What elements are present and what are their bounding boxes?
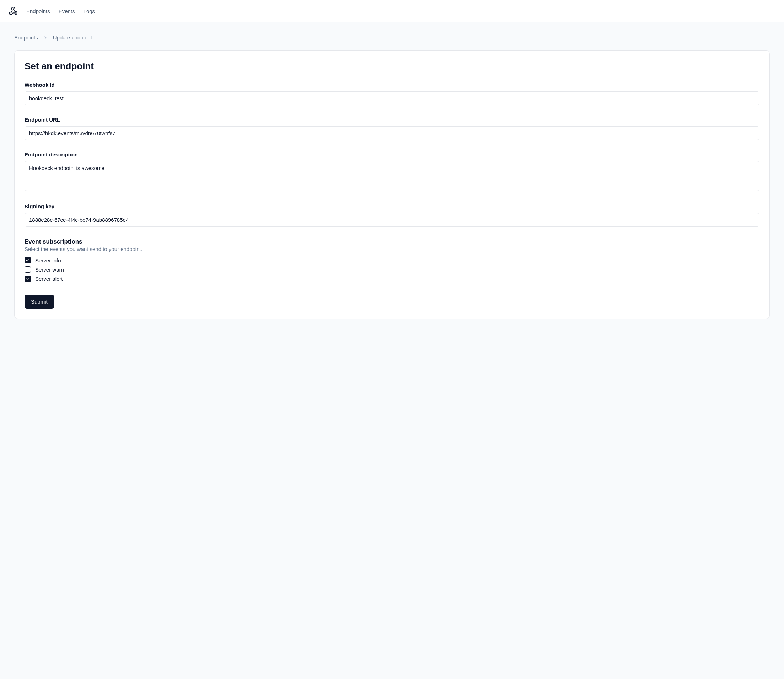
submit-button[interactable]: Submit xyxy=(25,295,54,308)
page-title: Set an endpoint xyxy=(25,61,759,72)
checkbox-label: Server warn xyxy=(35,267,64,273)
subscription-option-server-warn[interactable]: Server warn xyxy=(25,266,759,273)
primary-nav: Endpoints Events Logs xyxy=(26,8,95,14)
webhook-id-label: Webhook Id xyxy=(25,82,759,88)
breadcrumb: Endpoints Update endpoint xyxy=(14,34,770,41)
checkbox-label: Server info xyxy=(35,257,61,263)
endpoint-description-input[interactable] xyxy=(25,161,759,191)
breadcrumb-parent[interactable]: Endpoints xyxy=(14,34,38,41)
signing-key-field: Signing key xyxy=(25,203,759,227)
checkbox-label: Server alert xyxy=(35,276,63,282)
endpoint-url-label: Endpoint URL xyxy=(25,117,759,123)
nav-logs[interactable]: Logs xyxy=(84,8,95,14)
nav-events[interactable]: Events xyxy=(59,8,75,14)
logo xyxy=(9,6,18,16)
webhook-id-input[interactable] xyxy=(25,91,759,105)
signing-key-label: Signing key xyxy=(25,203,759,210)
checkbox-icon xyxy=(25,275,31,282)
event-subscriptions-title: Event subscriptions xyxy=(25,238,759,245)
subscription-option-server-alert[interactable]: Server alert xyxy=(25,275,759,282)
checkbox-icon xyxy=(25,257,31,263)
endpoint-form-card: Set an endpoint Webhook Id Endpoint URL … xyxy=(14,50,770,319)
checkbox-icon xyxy=(25,266,31,273)
event-subscriptions-description: Select the events you want send to your … xyxy=(25,246,759,252)
page-content: Endpoints Update endpoint Set an endpoin… xyxy=(0,22,784,331)
subscription-option-server-info[interactable]: Server info xyxy=(25,257,759,263)
endpoint-url-field: Endpoint URL xyxy=(25,117,759,140)
webhook-icon xyxy=(9,6,18,16)
chevron-right-icon xyxy=(43,35,48,40)
breadcrumb-current: Update endpoint xyxy=(53,34,92,41)
endpoint-description-field: Endpoint description xyxy=(25,152,759,192)
endpoint-description-label: Endpoint description xyxy=(25,152,759,158)
nav-endpoints[interactable]: Endpoints xyxy=(26,8,50,14)
webhook-id-field: Webhook Id xyxy=(25,82,759,105)
endpoint-url-input[interactable] xyxy=(25,126,759,140)
app-header: Endpoints Events Logs xyxy=(0,0,784,22)
signing-key-input[interactable] xyxy=(25,213,759,227)
event-subscriptions-section: Event subscriptions Select the events yo… xyxy=(25,238,759,282)
